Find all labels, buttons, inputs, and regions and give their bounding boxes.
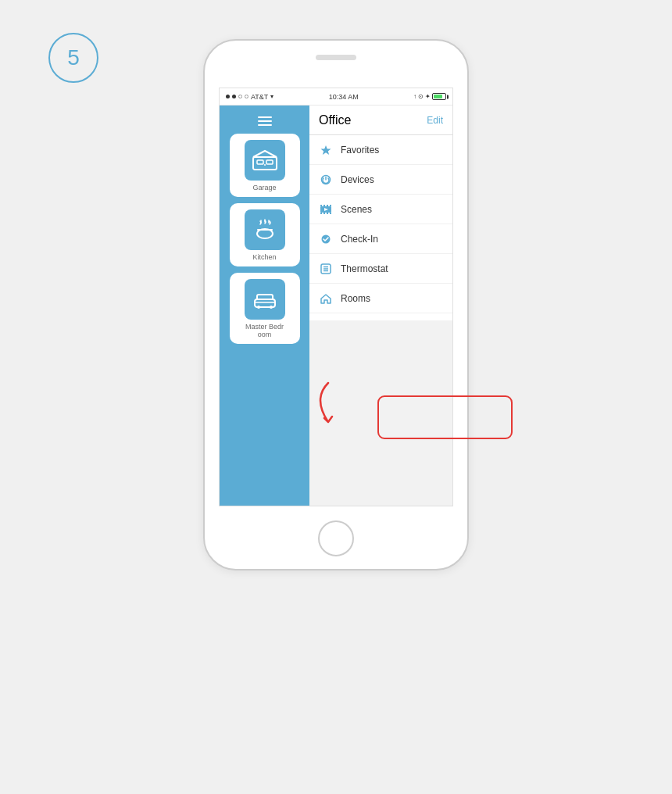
signal-dot-3: [238, 95, 242, 98]
kitchen-icon: [252, 218, 278, 241]
sidebar-header: [220, 112, 309, 132]
check-circle-icon: [319, 232, 333, 246]
menu-list: Favorites Devices: [309, 135, 452, 320]
svg-point-3: [264, 164, 266, 166]
battery-indicator: [432, 93, 446, 100]
location-icon: ↑: [413, 93, 416, 100]
svg-rect-17: [328, 205, 330, 206]
signal-dot-2: [232, 95, 236, 98]
room-label-garage: Garage: [252, 184, 276, 192]
hamburger-menu[interactable]: [258, 116, 272, 126]
thermostat-icon: [319, 262, 333, 276]
phone-screen: AT&T ▾ 10:34 AM ↑ ⊙ ✦: [219, 88, 453, 506]
menu-footer: [309, 320, 452, 506]
svg-rect-19: [325, 213, 327, 214]
signal-dot-4: [245, 95, 248, 98]
favorites-label: Favorites: [341, 145, 379, 156]
menu-item-rooms[interactable]: Rooms: [309, 284, 452, 313]
phone-device: AT&T ▾ 10:34 AM ↑ ⊙ ✦: [203, 39, 469, 570]
wifi-icon: ▾: [270, 93, 273, 100]
svg-rect-20: [328, 213, 330, 214]
app-content: Garage: [220, 106, 452, 506]
status-bar: AT&T ▾ 10:34 AM ↑ ⊙ ✦: [220, 88, 452, 106]
menu-nav: Office Edit: [309, 106, 452, 135]
home-icon: [319, 291, 333, 306]
thermostat-label: Thermostat: [341, 263, 388, 274]
svg-point-7: [257, 306, 260, 309]
svg-marker-10: [321, 145, 331, 155]
svg-point-8: [270, 306, 273, 309]
menu-item-add-device[interactable]: Add a Device: [309, 313, 452, 320]
power-icon: [319, 173, 333, 187]
menu-panel: Office Edit Favorites: [309, 106, 452, 506]
clock-icon: ⊙: [418, 93, 424, 100]
room-item-kitchen[interactable]: Kitchen: [230, 203, 300, 266]
edit-button[interactable]: Edit: [427, 115, 443, 126]
room-item-garage[interactable]: Garage: [230, 134, 300, 197]
menu-item-favorites[interactable]: Favorites: [309, 135, 452, 165]
status-right: ↑ ⊙ ✦: [413, 93, 446, 100]
room-label-bedroom: Master Bedroom: [245, 323, 284, 340]
checkin-label: Check-In: [341, 234, 378, 245]
home-button[interactable]: [318, 520, 354, 556]
svg-rect-16: [325, 205, 327, 206]
sidebar: Garage: [220, 106, 309, 506]
menu-title: Office: [319, 113, 352, 127]
garage-icon: [252, 149, 278, 171]
menu-item-devices[interactable]: Devices: [309, 165, 452, 195]
battery-fill: [434, 95, 442, 98]
menu-item-scenes[interactable]: Scenes: [309, 195, 452, 224]
room-icon-garage: [245, 140, 285, 181]
film-icon: [319, 202, 333, 216]
room-label-kitchen: Kitchen: [252, 253, 276, 262]
scenes-label: Scenes: [341, 204, 372, 215]
svg-rect-18: [322, 213, 323, 214]
room-item-bedroom[interactable]: Master Bedroom: [230, 273, 300, 345]
time-display: 10:34 AM: [329, 93, 359, 101]
star-icon: [319, 143, 333, 157]
svg-rect-2: [266, 160, 273, 164]
step-number: 5: [48, 33, 98, 83]
bluetooth-icon: ✦: [425, 93, 431, 100]
room-icon-kitchen: [245, 209, 285, 250]
menu-item-checkin[interactable]: Check-In: [309, 224, 452, 254]
svg-rect-15: [322, 205, 323, 206]
phone-speaker: [316, 55, 356, 60]
devices-label: Devices: [341, 174, 374, 185]
svg-rect-5: [257, 229, 273, 231]
menu-item-thermostat[interactable]: Thermostat: [309, 254, 452, 284]
status-left: AT&T ▾: [226, 93, 273, 101]
signal-dot-1: [226, 95, 230, 98]
rooms-label: Rooms: [341, 293, 370, 304]
bedroom-icon: [252, 288, 278, 310]
svg-rect-1: [257, 160, 263, 164]
carrier-label: AT&T: [251, 93, 268, 101]
room-icon-bedroom: [245, 279, 285, 320]
